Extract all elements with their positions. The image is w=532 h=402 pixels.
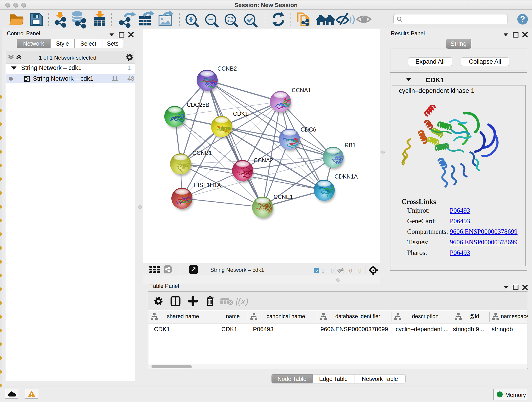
- svg-text:CCNE1: CCNE1: [273, 194, 293, 200]
- svg-text:HIST1H1A: HIST1H1A: [194, 182, 221, 188]
- svg-text:CCNA2: CCNA2: [254, 157, 273, 163]
- svg-text:CDC25B: CDC25B: [187, 102, 209, 108]
- svg-text:CCNA1: CCNA1: [292, 87, 311, 93]
- svg-text:CDKN1A: CDKN1A: [335, 173, 358, 180]
- svg-text:CDC6: CDC6: [301, 126, 316, 133]
- svg-text:CCNB2: CCNB2: [217, 65, 237, 72]
- svg-text:CCNB1: CCNB1: [192, 150, 212, 156]
- svg-text:?: ?: [520, 14, 525, 24]
- svg-text:RB1: RB1: [345, 142, 356, 148]
- svg-text:CDK1: CDK1: [233, 110, 248, 117]
